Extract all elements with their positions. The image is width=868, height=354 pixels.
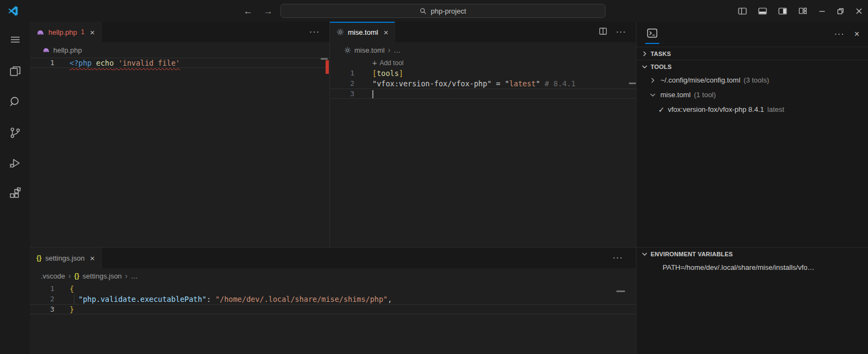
tab-close-icon[interactable]: ×: [90, 28, 95, 36]
window-close-icon[interactable]: [855, 8, 863, 15]
tree-item-mise-toml[interactable]: mise.toml (1 tool): [636, 87, 868, 102]
explorer-icon[interactable]: [3, 59, 27, 84]
vscode-logo-icon: [7, 5, 19, 17]
panel-close-icon[interactable]: ×: [854, 30, 859, 39]
section-tools[interactable]: TOOLS: [636, 60, 868, 73]
split-editor-icon[interactable]: [599, 27, 607, 37]
tree-item-meta: (1 tool): [694, 91, 716, 99]
chevron-down-icon: [648, 91, 657, 99]
editor-group-settings: {} settings.json × ··· .vscode › {} sett…: [30, 247, 636, 354]
breadcrumb-item[interactable]: hellp.php: [53, 46, 82, 54]
code-text: [370, 89, 636, 98]
line-number: 1: [30, 59, 70, 67]
layout-sidebar-right-icon[interactable]: [778, 7, 787, 15]
title-bar: ← → php-project: [0, 0, 868, 22]
plus-icon: +: [372, 59, 377, 67]
nav-back-icon[interactable]: ←: [243, 7, 253, 16]
chevron-right-icon: ›: [388, 46, 391, 54]
extensions-icon[interactable]: [3, 181, 27, 206]
editor-mise-toml[interactable]: + Add tool 1 [tools] 2 "vfox:version-fox…: [330, 58, 636, 247]
editor-area: hellp.php 1 × ··· hellp.php: [30, 22, 636, 354]
chevron-right-icon: [640, 49, 649, 58]
more-actions-icon[interactable]: ···: [616, 28, 626, 36]
line-number: 1: [30, 285, 70, 293]
customize-layout-icon[interactable]: [798, 7, 807, 15]
tree-item-label: mise.toml: [660, 91, 691, 99]
code-line: 1 <?php echo 'invalid file': [30, 58, 329, 68]
search-icon: [420, 8, 427, 15]
breadcrumb-item[interactable]: …: [394, 46, 401, 54]
panel-header: ··· ×: [636, 22, 868, 47]
editor-hellp-php[interactable]: 1 <?php echo 'invalid file': [30, 58, 329, 247]
vscode-window: ← → php-project: [0, 0, 868, 354]
tree-item-label: ~/.config/mise/config.toml: [660, 76, 740, 84]
line-number: 3: [30, 305, 70, 313]
section-label: TASKS: [651, 50, 671, 57]
editor-group-hellp: hellp.php 1 × ··· hellp.php: [30, 22, 330, 247]
overview-error-mark: [326, 60, 329, 74]
tab-close-icon[interactable]: ×: [384, 28, 389, 36]
code-line: 3: [330, 88, 636, 99]
line-number: 2: [330, 79, 370, 87]
tab-bar: {} settings.json × ···: [30, 248, 636, 268]
tab-label: hellp.php: [48, 28, 77, 36]
text-cursor: [372, 90, 373, 98]
tab-hellp-php[interactable]: hellp.php 1 ×: [30, 22, 102, 42]
tree-item-vfox-php[interactable]: ✓ vfox:version-fox/vfox-php 8.4.1 latest: [636, 102, 868, 117]
layout-sidebar-left-icon[interactable]: [738, 7, 747, 15]
restore-icon[interactable]: [837, 8, 844, 15]
code-line: 2 "vfox:version-fox/vfox-php" = "latest"…: [330, 78, 636, 88]
layout-panel-icon[interactable]: [758, 7, 767, 15]
source-control-icon[interactable]: [3, 120, 27, 145]
overview-cursor-mark: [629, 83, 636, 84]
code-line: 1 {: [30, 283, 636, 294]
code-text: {: [70, 285, 636, 293]
line-number: 2: [30, 295, 70, 303]
more-actions-icon[interactable]: ···: [309, 28, 320, 36]
section-tasks[interactable]: TASKS: [636, 47, 868, 60]
overview-cursor-mark: [321, 58, 328, 60]
terminal-icon[interactable]: [645, 24, 659, 44]
tree-item-config-toml[interactable]: ~/.config/mise/config.toml (3 tools): [636, 73, 868, 87]
json-icon: {}: [36, 254, 41, 262]
env-var-value: PATH=/home/dev/.local/share/mise/install…: [663, 263, 815, 271]
command-center-search[interactable]: php-project: [280, 4, 605, 18]
tree-item-meta: latest: [767, 105, 784, 113]
tab-settings-json[interactable]: {} settings.json ×: [30, 248, 102, 268]
minimize-icon[interactable]: [819, 8, 826, 15]
breadcrumb: .vscode › {} settings.json › …: [30, 268, 636, 283]
search-value: php-project: [430, 7, 466, 15]
tab-bar: mise.toml × ···: [330, 22, 636, 42]
more-actions-icon[interactable]: ···: [834, 30, 845, 39]
overview-cursor-mark: [616, 290, 625, 292]
nav-forward-icon[interactable]: →: [264, 7, 273, 16]
breadcrumb-item[interactable]: settings.json: [83, 272, 122, 280]
gear-icon: [344, 47, 351, 54]
tab-close-icon[interactable]: ×: [90, 254, 95, 262]
breadcrumb: mise.toml › …: [330, 42, 636, 58]
breadcrumb-item[interactable]: …: [131, 272, 138, 280]
code-text: "php.validate.executablePath": "/home/de…: [70, 295, 636, 304]
env-var-path[interactable]: PATH=/home/dev/.local/share/mise/install…: [636, 260, 868, 274]
code-text: [tools]: [370, 69, 636, 78]
code-text: }: [70, 305, 636, 314]
breadcrumb-item[interactable]: mise.toml: [354, 46, 385, 54]
code-line: 1 [tools]: [330, 68, 636, 78]
line-number: 1: [330, 69, 370, 77]
codelens-add-tool[interactable]: + Add tool: [330, 58, 636, 68]
line-number: 3: [330, 90, 370, 98]
more-actions-icon[interactable]: ···: [613, 254, 623, 262]
php-elephant-icon: [42, 46, 50, 54]
section-environment-variables[interactable]: ENVIRONMENT VARIABLES: [636, 247, 868, 260]
section-label: TOOLS: [651, 64, 672, 70]
editor-settings-json[interactable]: 1 { 2 "php.validate.executablePath": "/h…: [30, 283, 636, 354]
php-elephant-icon: [36, 28, 45, 36]
tab-mise-toml[interactable]: mise.toml ×: [330, 22, 395, 42]
search-icon[interactable]: [3, 90, 27, 115]
menu-icon[interactable]: [3, 27, 27, 52]
breadcrumb-item[interactable]: .vscode: [41, 272, 65, 280]
chevron-right-icon: ›: [125, 271, 128, 280]
check-icon: ✓: [658, 105, 665, 114]
codelens-label: Add tool: [379, 59, 403, 67]
run-debug-icon[interactable]: [3, 150, 27, 175]
